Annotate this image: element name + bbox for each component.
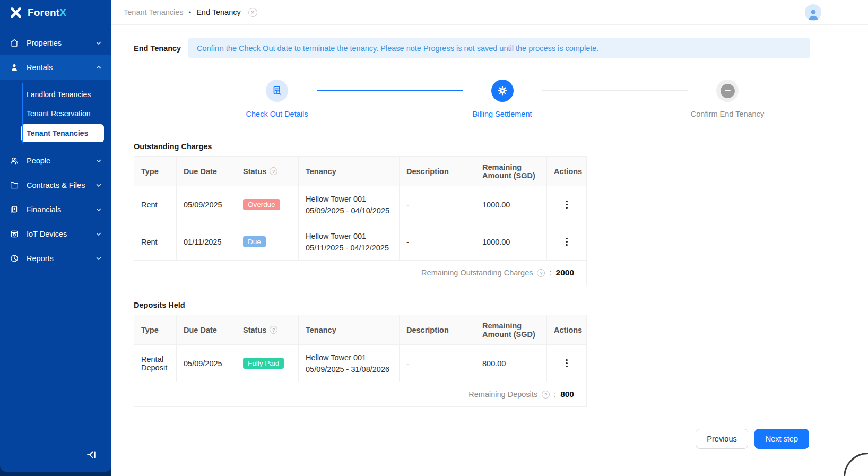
deposits-total: 800 bbox=[560, 390, 574, 399]
stepper: Check Out Details Billing Settlement bbox=[237, 80, 767, 118]
main-area: Tenant Tenancies • End Tenancy End Tenan… bbox=[111, 0, 868, 476]
close-tab-icon[interactable] bbox=[248, 8, 257, 17]
status-badge: Overdue bbox=[243, 199, 280, 210]
outstanding-charges-title: Outstanding Charges bbox=[134, 142, 810, 151]
chat-widget-icon[interactable] bbox=[844, 453, 868, 476]
breadcrumb-current: End Tenancy bbox=[196, 8, 241, 16]
cell-actions bbox=[547, 223, 587, 261]
rentals-submenu: Landlord Tenancies Tenant Reservation Te… bbox=[0, 80, 111, 149]
sidebar-item-tenant-tenancies[interactable]: Tenant Tenancies bbox=[21, 124, 104, 142]
chevron-down-icon bbox=[96, 40, 102, 46]
cell-actions bbox=[547, 186, 587, 223]
kebab-menu-icon[interactable] bbox=[561, 236, 572, 248]
submenu-indicator bbox=[22, 83, 23, 143]
kebab-menu-icon[interactable] bbox=[561, 358, 572, 369]
sidebar-item-financials[interactable]: Financials bbox=[0, 197, 111, 222]
col-due-date: Due Date bbox=[177, 315, 236, 345]
col-type: Type bbox=[134, 157, 177, 186]
action-bar: Previous Next step bbox=[111, 420, 868, 476]
sidebar-item-rentals[interactable]: Rentals bbox=[0, 55, 111, 80]
sidebar-item-tenant-reservation[interactable]: Tenant Reservation bbox=[21, 105, 104, 122]
chevron-down-icon bbox=[96, 158, 102, 164]
col-due-date: Due Date bbox=[177, 157, 236, 186]
cell-actions bbox=[547, 345, 587, 382]
sidebar-item-label: Financials bbox=[27, 205, 88, 214]
page-title: End Tenancy bbox=[134, 44, 188, 53]
cell-due-date: 01/11/2025 bbox=[177, 223, 236, 261]
table-row: Rental Deposit 05/09/2025 Fully Paid Hel… bbox=[134, 345, 587, 382]
step-label: Check Out Details bbox=[246, 110, 308, 118]
sidebar: ForentX Properties Rentals bbox=[0, 0, 111, 472]
step-connector-done bbox=[317, 90, 463, 91]
cell-description: - bbox=[400, 223, 475, 261]
collapse-sidebar-icon[interactable] bbox=[84, 448, 98, 462]
sidebar-item-label: Rentals bbox=[27, 63, 88, 72]
chevron-up-icon bbox=[96, 64, 102, 71]
step-check-out-details[interactable]: Check Out Details bbox=[237, 80, 317, 118]
sidebar-nav: Properties Rentals Landlord Tenancies Te… bbox=[0, 25, 111, 437]
col-tenancy: Tenancy bbox=[299, 157, 400, 186]
previous-button[interactable]: Previous bbox=[696, 429, 748, 449]
cell-description: - bbox=[400, 186, 475, 223]
sidebar-item-contracts-files[interactable]: Contracts & Files bbox=[0, 173, 111, 197]
help-icon[interactable] bbox=[542, 391, 550, 399]
col-status: Status bbox=[236, 157, 299, 186]
sidebar-item-label: IoT Devices bbox=[27, 230, 88, 238]
sidebar-item-people[interactable]: People bbox=[0, 149, 111, 173]
info-banner: Confirm the Check Out date to terminate … bbox=[188, 38, 810, 58]
chevron-down-icon bbox=[96, 231, 102, 237]
brand[interactable]: ForentX bbox=[0, 0, 111, 25]
sidebar-item-label: Properties bbox=[27, 39, 88, 47]
cell-description: - bbox=[400, 345, 475, 382]
cell-tenancy: Hellow Tower 00105/09/2025 - 04/10/2025 bbox=[299, 186, 400, 223]
brand-x-icon bbox=[10, 6, 22, 19]
col-actions: Actions bbox=[547, 315, 587, 345]
step-label: Billing Settlement bbox=[472, 110, 532, 118]
content: End Tenancy Confirm the Check Out date t… bbox=[111, 25, 868, 420]
sidebar-item-iot-devices[interactable]: IoT Devices bbox=[0, 222, 111, 246]
device-icon bbox=[10, 229, 19, 239]
summary-label: Remaining Deposits bbox=[468, 390, 537, 399]
sidebar-item-label: Reports bbox=[27, 254, 88, 263]
breadcrumb-parent[interactable]: Tenant Tenancies bbox=[124, 8, 184, 16]
next-step-button[interactable]: Next step bbox=[754, 429, 809, 449]
cell-type: Rent bbox=[134, 223, 177, 261]
person-silhouette-icon bbox=[806, 7, 820, 21]
cell-tenancy: Hellow Tower 00105/11/2025 - 04/12/2025 bbox=[299, 223, 400, 261]
documents-icon bbox=[10, 205, 19, 214]
sidebar-item-landlord-tenancies[interactable]: Landlord Tenancies bbox=[21, 86, 104, 103]
sidebar-footer bbox=[0, 437, 111, 472]
step-confirm-end-tenancy[interactable]: Confirm End Tenancy bbox=[688, 80, 767, 118]
status-badge: Fully Paid bbox=[243, 358, 284, 369]
breadcrumb: Tenant Tenancies • End Tenancy bbox=[124, 8, 257, 17]
help-icon[interactable] bbox=[270, 326, 277, 334]
deposits-held-title: Deposits Held bbox=[134, 301, 810, 309]
status-badge: Due bbox=[243, 236, 266, 247]
help-icon[interactable] bbox=[537, 269, 545, 277]
chevron-down-icon bbox=[96, 255, 102, 262]
step-billing-settlement[interactable]: Billing Settlement bbox=[463, 80, 542, 118]
banner-row: End Tenancy Confirm the Check Out date t… bbox=[134, 38, 810, 58]
outstanding-summary-row: Remaining Outstanding Charges : 2000 bbox=[134, 261, 587, 285]
breadcrumb-separator: • bbox=[189, 8, 192, 16]
table-row: Rent 01/11/2025 Due Hellow Tower 00105/1… bbox=[134, 223, 587, 261]
chevron-down-icon bbox=[96, 182, 102, 188]
user-avatar[interactable] bbox=[805, 4, 821, 21]
cell-status: Due bbox=[236, 223, 299, 261]
deposits-summary-row: Remaining Deposits : 800 bbox=[134, 382, 587, 407]
table-row: Rent 05/09/2025 Overdue Hellow Tower 001… bbox=[134, 186, 587, 223]
step-label: Confirm End Tenancy bbox=[691, 110, 764, 118]
topbar: Tenant Tenancies • End Tenancy bbox=[111, 0, 868, 25]
cell-status: Overdue bbox=[236, 186, 299, 223]
cell-due-date: 05/09/2025 bbox=[177, 186, 236, 223]
sidebar-item-reports[interactable]: Reports bbox=[0, 246, 111, 271]
cell-status: Fully Paid bbox=[236, 345, 299, 382]
cell-tenancy: Hellow Tower 00105/09/2025 - 31/08/2026 bbox=[299, 345, 400, 382]
gear-icon bbox=[491, 80, 514, 102]
help-icon[interactable] bbox=[270, 167, 277, 175]
kebab-menu-icon[interactable] bbox=[561, 199, 572, 211]
sidebar-column: ForentX Properties Rentals bbox=[0, 0, 111, 476]
person-icon bbox=[10, 63, 19, 72]
chevron-down-icon bbox=[96, 206, 102, 213]
sidebar-item-properties[interactable]: Properties bbox=[0, 31, 111, 55]
